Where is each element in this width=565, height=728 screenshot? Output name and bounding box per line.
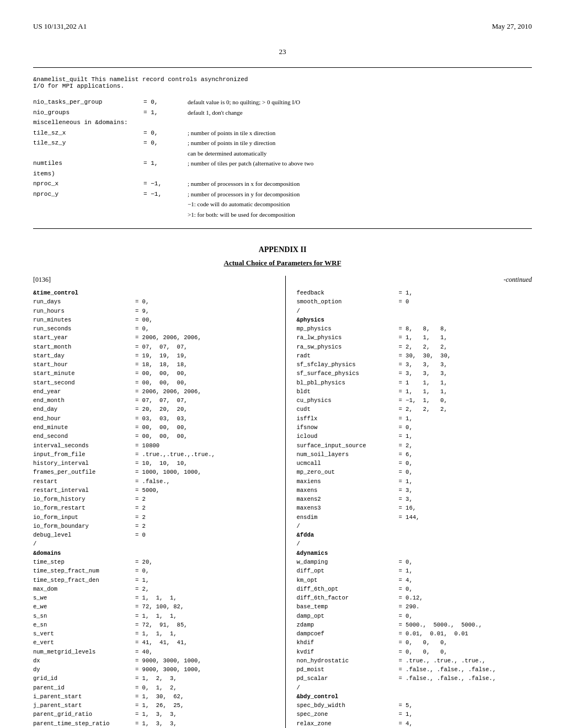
param-comment-auto: can be determined automatically [188,149,266,158]
code-line: end_year= 2006, 2006, 2006, [33,387,269,396]
code-line: input_from_file= .true.,.true.,.true., [33,450,269,459]
code-line: damp_opt= 0, [297,612,532,620]
code-line: i_parent_start= 1, 30, 62, [33,692,269,701]
page-container: US 10/131,202 A1 May 27, 2010 23 &nameli… [0,0,565,728]
code-line: pd_moist= .false., .false., .false., [297,665,532,674]
code-line: start_minute= 00, 00, 00, [33,369,269,378]
code-line: khdif= 0, 0, 0, [297,638,532,647]
code-line: smooth_option= 0 [297,297,532,306]
code-line: parent_grid_ratio= 1, 3, 3, [33,710,269,719]
appendix-title: APPENDIX II [33,245,532,254]
page-header: US 10/131,202 A1 May 27, 2010 [33,22,532,31]
param-name-nio-tasks: nio_tasks_per_group [33,98,143,107]
param-comment-nproc-x: ; number of processors in x for decompos… [188,179,300,189]
code-line: spec_zone= 1, [297,710,532,719]
code-line: restart_interval= 5000, [33,486,269,495]
code-line: run_hours= 9, [33,307,269,315]
page-number: 23 [33,47,532,56]
code-line: dampcoef= 0.01, 0.01, 0.01 [297,629,532,638]
code-line: ucmcall= 0, [297,459,532,468]
code-line: w_damping= 0, [297,558,532,566]
appendix-subtitle: Actual Choice of Parameters for WRF [33,259,532,267]
paragraph-tag: [0136] [33,276,269,284]
code-line: e_vert= 41, 41, 41, [33,638,269,647]
code-line: non_hydrostatic= .true., .true., .true., [297,656,532,665]
time-control-header: &time_control [33,288,269,297]
param-row: items) [33,169,532,179]
param-name-nio-groups: nio_groups [33,108,143,117]
code-line: sf_sfclay_physics= 3, 3, 3, [297,360,532,369]
slash-line: / [33,539,269,548]
param-value-numtiles: = 1, [143,159,188,168]
bdy-control-header: &bdy_control [297,692,532,701]
right-code-block: feedback= 1, smooth_option= 0 / &physics… [297,288,532,728]
param-value-blank3 [143,210,188,220]
patent-number: US 10/131,202 A1 [33,22,87,31]
code-line: start_day= 19, 19, 19, [33,351,269,360]
param-comment-nproc-y: ; number of processors in y for decompos… [188,190,300,199]
code-line: bldt= 1, 1, 1, [297,387,532,396]
date: May 27, 2010 [492,22,532,31]
code-line: bl_pbl_physics= 1 1, 1, [297,378,532,387]
left-code-block: &time_control run_days= 0, run_hours= 9,… [33,288,269,728]
code-line: s_sn= 1, 1, 1, [33,612,269,620]
code-line: maxens3= 16, [297,504,532,512]
param-name-nproc-x: nproc_x [33,179,143,189]
code-line: interval_seconds= 10800 [33,441,269,450]
code-line: cu_physics= −1, 1, 0, [297,396,532,405]
param-value-tile-sz-y: = 0, [143,138,188,148]
code-line: ifsnow= 0, [297,423,532,432]
code-line: base_temp= 290. [297,602,532,611]
param-comment-auto-decomp: −1: code will do automatic decomposition [188,200,290,209]
code-line: dx= 9000, 3000, 1000, [33,656,269,665]
code-line: max_dom= 2, [33,585,269,593]
param-comment-tile-sz-y: ; number of points in tile y direction [188,138,275,148]
param-row: nio_tasks_per_group = 0, default value i… [33,98,532,107]
param-row: numtiles = 1, ; number of tiles per patc… [33,159,532,168]
left-column: [0136] &time_control run_days= 0, run_ho… [33,276,269,728]
code-line: io_form_boundary= 2 [33,522,269,531]
code-line: restart= .false., [33,477,269,486]
code-line: time_step_fract_num= 0, [33,566,269,575]
param-row: tile_sz_y = 0, ; number of points in til… [33,138,532,148]
code-line: start_second= 00, 00, 00, [33,378,269,387]
param-row: nio_groups = 1, default 1, don't change [33,108,532,117]
param-table: nio_tasks_per_group = 0, default value i… [33,98,532,219]
code-line: radt= 30, 30, 30, [297,351,532,360]
code-line: io_form_input= 2 [33,513,269,522]
code-line: s_we= 1, 1, 1, [33,593,269,602]
param-value-nio-groups: = 1, [143,108,188,117]
param-value-nproc-y: = −1, [143,190,188,199]
code-line: run_seconds= 0, [33,324,269,333]
physics-header: &physics [297,315,532,324]
code-line: relax_zone= 4, [297,719,532,728]
code-line: diff_6th_factor= 0.12, [297,593,532,602]
slash-line: / [297,522,532,531]
param-name-tile-sz-x: tile_sz_x [33,129,143,138]
param-row: can be determined automatically [33,149,532,158]
continued-header: -continued [297,276,532,284]
param-value-tile-sz-x: = 0, [143,129,188,138]
code-line: ra_sw_physics= 2, 2, 2, [297,342,532,351]
code-line: start_hour= 18, 18, 18, [33,360,269,369]
param-name-tile-sz-y: tile_sz_y [33,138,143,148]
code-line: zdamp= 5000., 5000., 5000., [297,620,532,629]
param-value-blank1 [143,149,188,158]
code-line: km_opt= 4, [297,576,532,585]
slash-line: / [297,307,532,315]
two-column-layout: [0136] &time_control run_days= 0, run_ho… [33,276,532,728]
code-line: grid_id= 1, 2, 3, [33,674,269,683]
param-value-nio-tasks: = 0, [143,98,188,107]
code-line: end_month= 07, 07, 07, [33,396,269,405]
param-row: −1: code will do automatic decomposition [33,200,532,209]
namelist-intro-text: &namelist_quilt This namelist record con… [33,76,532,89]
param-row: miscelleneous in &domains: [33,118,532,127]
code-line: io_form_restart= 2 [33,504,269,512]
namelist-section: &namelist_quilt This namelist record con… [33,67,532,229]
code-line: maxiens= 1, [297,477,532,486]
slash-line: / [297,539,532,548]
code-line: pd_scalar= .false., .false., .false., [297,674,532,683]
param-name-blank3 [33,210,143,220]
code-line: end_day= 20, 20, 20, [33,405,269,414]
param-value-items [143,169,188,179]
